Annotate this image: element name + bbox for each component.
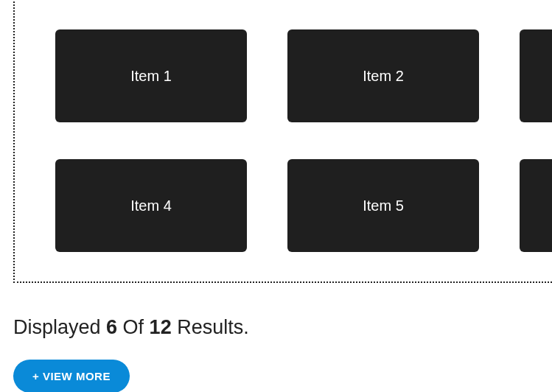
view-more-button[interactable]: + VIEW MORE [13,360,130,392]
results-suffix: Results. [172,316,249,338]
item-card[interactable]: Item 6 [520,159,552,252]
item-card[interactable]: Item 2 [287,29,479,122]
results-middle: Of [117,316,150,338]
item-card[interactable]: Item 1 [55,29,247,122]
results-prefix: Displayed [13,316,106,338]
item-label: Item 2 [363,68,404,85]
item-grid-container: Item 1 Item 2 Item 3 Item 4 Item 5 Item … [13,0,552,283]
results-displayed-count: 6 [106,316,117,338]
item-card[interactable]: Item 5 [287,159,479,252]
view-more-label: + VIEW MORE [32,370,111,382]
results-summary: Displayed 6 Of 12 Results. [13,316,552,339]
results-total-count: 12 [150,316,172,338]
item-card[interactable]: Item 4 [55,159,247,252]
item-card[interactable]: Item 3 [520,29,552,122]
item-grid: Item 1 Item 2 Item 3 Item 4 Item 5 Item … [55,29,552,252]
item-label: Item 5 [363,197,404,214]
item-label: Item 4 [130,197,172,214]
item-label: Item 1 [130,68,172,85]
